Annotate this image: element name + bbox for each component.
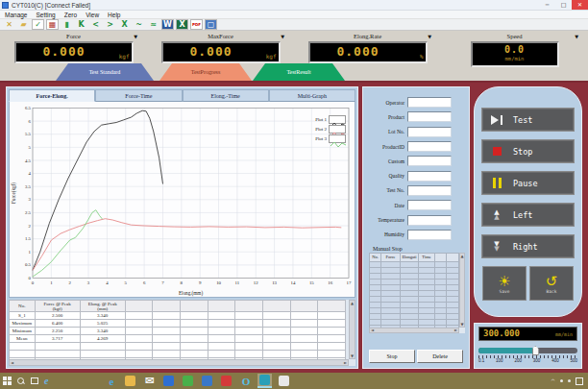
humidity-field[interactable] [407,230,452,240]
results-vertical-scrollbar[interactable]: ▲▼ [349,300,355,359]
productid-field[interactable] [407,141,452,152]
results-horizontal-scrollbar[interactable]: ◄► [9,359,349,366]
results-table: No.Force @ Peak(kgf)Elong. @ Peak(mm)S_1… [9,300,346,366]
menu-view[interactable]: View [86,12,99,18]
delete-icon[interactable]: ▮ [61,19,73,30]
tray-icon[interactable] [568,379,571,382]
chevron-down-icon[interactable]: ▼ [134,34,137,39]
results-cell: Mean [10,335,36,343]
curve-icon[interactable]: ~ [133,19,145,30]
scale-label: 500 [570,358,577,363]
chevron-down-icon[interactable]: ▼ [281,34,284,39]
quality-field[interactable] [407,171,452,182]
remote-display-icon[interactable]: ▢ [205,19,217,30]
chart-tab-multi-graph[interactable]: Multi-Graph [269,89,355,102]
manual-stop-horizontal-scrollbar[interactable]: ◄► [369,328,459,333]
report-icon[interactable]: ▦ [46,19,59,30]
custom-field[interactable] [407,156,452,166]
back-button[interactable]: ↺Back [529,266,574,301]
app-icon-ring[interactable]: O [238,374,253,388]
app-icon-blue[interactable] [161,374,176,388]
search-icon[interactable] [17,377,25,385]
stop-button[interactable]: Stop [481,139,575,163]
sample-form: OperatorProductLot No.ProductIDCustomQua… [363,95,469,242]
right-button[interactable]: ▼▼Right [481,234,575,258]
stage-tab-testprogress[interactable]: TestProgress [159,63,252,81]
save-check-icon[interactable]: ✓ [32,19,44,30]
tray-icon[interactable] [560,379,563,382]
results-header: Force @ Peak(kgf) [35,301,80,312]
app-logo-icon [2,2,9,9]
svg-text:12: 12 [254,280,258,285]
form-row: Lot No. [363,125,469,139]
legend-entry: Plot 1 [315,115,346,124]
taskbar-tray: ^ [551,377,585,385]
minimize-button[interactable]: ─ [539,0,555,10]
menu-zero[interactable]: Zero [64,12,77,18]
maximize-button[interactable]: □ [555,0,572,10]
manual-stop-delete-button[interactable]: Delete [417,350,463,363]
explorer-app-icon[interactable] [123,374,137,388]
prev-record-icon[interactable]: < [89,19,102,30]
chart-tabs: Force-Elong.Force-TimeElong.-TimeMulti-G… [9,89,355,102]
task-view-icon[interactable] [31,377,38,384]
export-word-icon[interactable]: W [161,19,174,30]
left-button[interactable]: ▲▲Left [481,203,575,227]
edge-app-icon[interactable]: e [104,374,118,388]
svg-text:15: 15 [309,280,314,285]
ie-icon[interactable]: e [44,377,48,386]
app-icon-green[interactable] [181,374,195,388]
cut-icon[interactable]: ✕ [3,19,15,30]
svg-text:16: 16 [328,280,332,285]
svg-text:13: 13 [272,280,277,285]
results-header-empty [318,301,346,312]
control-button-label: Right [511,242,574,252]
close-button[interactable]: ✕ [572,0,588,10]
lot-no--field[interactable] [407,127,452,137]
manual-stop-table-container: No.ForceElongatiTime ▲▼ ◄► [369,253,465,333]
speed-slider[interactable] [478,346,577,354]
menu-manage[interactable]: Manage [5,12,28,18]
menu-setting[interactable]: Setting [37,12,56,18]
product-field[interactable] [407,111,452,122]
instrument-speed: Speed▼0.0mm/min [441,31,588,65]
return-icon: ↺ [546,274,558,289]
open-folder-icon[interactable]: ▰ [17,19,30,30]
control-button-label: Pause [511,179,574,188]
stage-tab-testresult[interactable]: TestResult [253,63,345,81]
test-button[interactable]: Test [481,108,575,132]
temperature-field[interactable] [407,215,452,226]
manual-stop-vertical-scrollbar[interactable]: ▲▼ [459,253,465,328]
form-row: Test No. [363,183,469,198]
app-icon-indigo[interactable] [200,374,214,388]
action-center-icon[interactable] [576,377,583,385]
operator-field[interactable] [407,97,452,108]
chevron-down-icon[interactable]: ▼ [428,34,431,39]
save-button[interactable]: ☀Save [482,266,527,301]
pause-button[interactable]: Pause [481,171,575,195]
speed-slider-scale: 0.1100200300400500 [478,358,577,363]
chart-tab-force-elong-[interactable]: Force-Elong. [9,89,95,102]
export-excel-icon[interactable]: X [176,19,188,30]
app-icon-red[interactable] [219,374,233,388]
start-button[interactable] [3,377,12,385]
export-pdf-icon[interactable]: PDF [190,19,203,30]
first-record-icon[interactable]: K [75,19,87,30]
active-app-icon[interactable] [257,374,272,388]
app-icon-light[interactable] [277,374,291,388]
menu-help[interactable]: Help [108,12,120,18]
speed-setting-value: 300.000 [483,328,520,338]
mail-app-icon[interactable]: ✉ [142,374,157,388]
next-record-icon[interactable]: > [104,19,116,30]
chart-tab-force-time[interactable]: Force-Time [95,89,182,102]
tray-expand-icon[interactable]: ^ [551,377,555,384]
chevron-down-icon[interactable]: ▼ [575,34,578,39]
test-no--field[interactable] [407,185,452,196]
analyze-icon[interactable]: ≈ [147,19,159,30]
manual-stop-stop-button[interactable]: Stop [369,350,415,363]
date-field[interactable] [407,200,452,210]
svg-text:Elong.(mm): Elong.(mm) [179,290,203,297]
chart-tab-elong-time[interactable]: Elong.-Time [183,89,269,102]
stage-tab-test-standard[interactable]: Test Standard [56,63,154,81]
last-record-icon[interactable]: X [118,19,131,30]
